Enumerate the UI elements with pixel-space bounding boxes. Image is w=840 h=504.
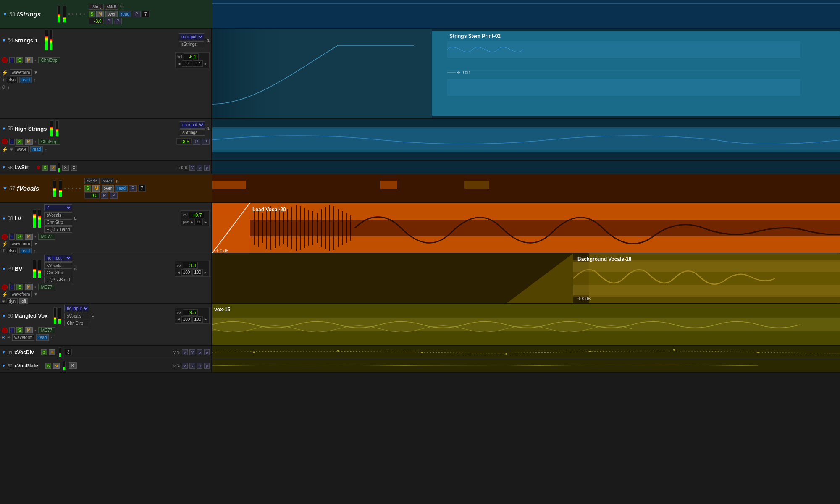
- plugin-mc77-59[interactable]: MC77: [38, 284, 55, 290]
- rec-btn-59[interactable]: [2, 284, 8, 290]
- fader-56[interactable]: [58, 163, 60, 173]
- fader-61[interactable]: [59, 347, 61, 357]
- pp-53b[interactable]: P: [114, 18, 122, 24]
- r-btn-62[interactable]: R: [69, 362, 77, 369]
- s-btn-59[interactable]: S: [16, 284, 24, 290]
- p-btn-61a[interactable]: p: [197, 349, 202, 355]
- auto-btn-54[interactable]: read: [19, 77, 32, 83]
- collapse-54[interactable]: ▼: [2, 38, 6, 43]
- waveform-btn-59[interactable]: waveform: [10, 291, 32, 297]
- m-btn-59[interactable]: M: [25, 284, 32, 290]
- collapse-56[interactable]: ▼: [2, 165, 6, 170]
- fader-59b[interactable]: [38, 260, 41, 278]
- plugin-59c[interactable]: EQ3 7-Band: [44, 277, 72, 283]
- s-btn-58[interactable]: S: [16, 234, 24, 240]
- plugin-58a[interactable]: ChnlStrp: [44, 219, 72, 226]
- plugin-mc77-58[interactable]: MC77: [38, 234, 55, 240]
- input-select-59[interactable]: no input: [44, 255, 72, 262]
- fader-54b[interactable]: [50, 30, 53, 51]
- collapse-57[interactable]: ▼: [3, 186, 8, 192]
- plugin-58b[interactable]: EQ3 7-Band: [44, 226, 72, 233]
- settings-54[interactable]: ⚙: [2, 84, 6, 90]
- dyn-btn-54[interactable]: dyn: [7, 77, 18, 83]
- s-btn-55[interactable]: S: [16, 139, 24, 145]
- m-btn-55[interactable]: M: [25, 139, 32, 145]
- s-btn-56[interactable]: S: [42, 165, 48, 171]
- m-btn-62[interactable]: M: [53, 363, 60, 369]
- pp-57b[interactable]: P: [110, 192, 118, 199]
- waveform-btn-54[interactable]: waveform: [10, 69, 32, 76]
- m-btn-57[interactable]: M: [92, 185, 100, 192]
- c-btn-56[interactable]: C: [71, 165, 78, 171]
- input-select-58[interactable]: 2: [44, 204, 72, 211]
- collapse-53[interactable]: ▼: [3, 11, 8, 17]
- p-btn-53[interactable]: P: [133, 11, 141, 17]
- p-btn-56b[interactable]: p: [204, 165, 210, 171]
- fader-60b[interactable]: [58, 307, 61, 324]
- collapse-61[interactable]: ▼: [2, 350, 6, 354]
- auto-btn-55[interactable]: read: [30, 146, 43, 152]
- p-btn-57[interactable]: P: [129, 185, 137, 192]
- m-btn-53[interactable]: M: [96, 11, 104, 17]
- input-btn-55[interactable]: I: [9, 139, 15, 145]
- m-btn-60[interactable]: M: [25, 327, 32, 333]
- plugin-55[interactable]: ChnlStrp: [38, 139, 60, 145]
- rec-btn-58[interactable]: [2, 234, 8, 240]
- auto-btn-60[interactable]: read: [36, 334, 49, 341]
- s-btn-60[interactable]: S: [16, 327, 24, 333]
- pp-55b[interactable]: P: [202, 139, 210, 145]
- v-btn-62a[interactable]: V: [182, 363, 188, 369]
- input-btn-60[interactable]: I: [9, 327, 15, 333]
- collapse-59[interactable]: ▼: [2, 266, 6, 271]
- waveform-btn-55[interactable]: wave: [15, 146, 29, 152]
- s-btn-61[interactable]: S: [41, 349, 47, 355]
- input-select-54[interactable]: no input: [179, 33, 204, 40]
- fader-59a[interactable]: [33, 260, 36, 278]
- fader-58a[interactable]: [33, 209, 36, 228]
- s-btn-54[interactable]: S: [16, 57, 24, 63]
- collapse-60[interactable]: ▼: [2, 313, 6, 318]
- input-btn-58[interactable]: I: [9, 234, 15, 240]
- collapse-62[interactable]: ▼: [2, 363, 6, 368]
- collapse-58[interactable]: ▼: [2, 216, 6, 221]
- rec-btn-54[interactable]: [2, 57, 8, 63]
- plugin-60[interactable]: ChnlStrp: [64, 320, 89, 326]
- v-btn-61[interactable]: V: [182, 349, 188, 355]
- plugin-54[interactable]: ChnlStrp: [38, 57, 60, 63]
- pp-53a[interactable]: P: [105, 18, 113, 24]
- plugin-59b[interactable]: ChnlStrp: [44, 270, 72, 276]
- v-btn-62b[interactable]: V: [189, 363, 195, 369]
- x-btn-56[interactable]: X: [62, 165, 69, 171]
- fader-54a[interactable]: [45, 30, 48, 51]
- s-btn-57[interactable]: S: [84, 185, 92, 192]
- m-btn-61[interactable]: M: [49, 349, 55, 355]
- fader-62[interactable]: [63, 361, 66, 371]
- pp-57a[interactable]: P: [101, 192, 109, 199]
- p-btn-62a[interactable]: p: [197, 363, 202, 369]
- fader-60a[interactable]: [53, 307, 57, 324]
- fader-55a[interactable]: [50, 120, 53, 137]
- pp-55a[interactable]: P: [193, 139, 201, 145]
- waveform-btn-60[interactable]: waveform: [12, 334, 34, 341]
- rec-btn-60[interactable]: [2, 328, 8, 333]
- m-btn-56[interactable]: M: [50, 165, 56, 171]
- input-btn-54[interactable]: I: [9, 57, 15, 63]
- v-btn-56a[interactable]: V: [189, 165, 195, 171]
- waveform-btn-58[interactable]: waveform: [10, 241, 32, 247]
- fader-55b[interactable]: [55, 120, 59, 137]
- v-btn-61b[interactable]: V: [189, 349, 195, 355]
- p-btn-62b[interactable]: p: [204, 363, 210, 369]
- input-select-55[interactable]: no input: [180, 121, 205, 129]
- fader-58b[interactable]: [38, 209, 41, 228]
- m-btn-54[interactable]: M: [25, 57, 32, 63]
- input-btn-59[interactable]: I: [9, 284, 15, 290]
- collapse-55[interactable]: ▼: [2, 126, 6, 131]
- s-btn-62[interactable]: S: [45, 363, 51, 369]
- plugin-mc77-60[interactable]: MC77: [38, 327, 55, 333]
- p-btn-61b[interactable]: p: [204, 349, 210, 355]
- rec-btn-55[interactable]: [2, 139, 8, 144]
- input-select-60[interactable]: no input: [64, 305, 89, 312]
- s-btn-53[interactable]: S: [89, 11, 96, 17]
- p-btn-56a[interactable]: p: [197, 165, 202, 171]
- m-btn-58[interactable]: M: [25, 234, 32, 240]
